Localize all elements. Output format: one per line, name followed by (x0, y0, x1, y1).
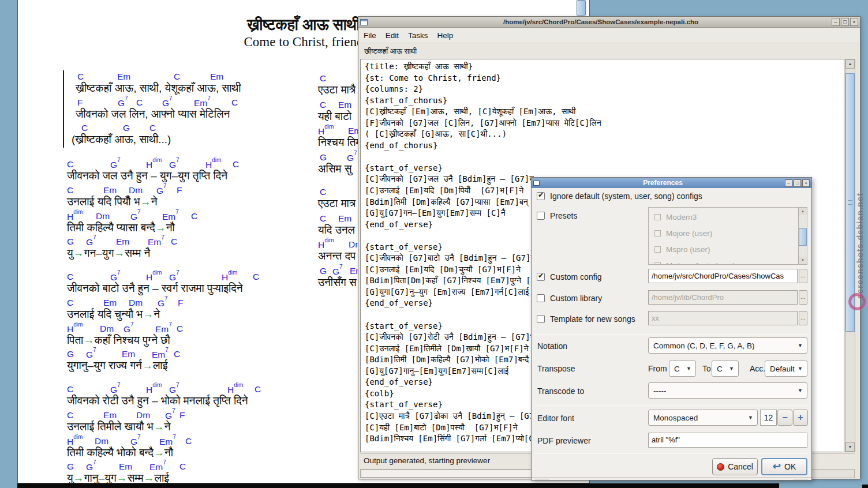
preset-list-item[interactable]: Mojore (user) (649, 225, 807, 241)
lyric: अनन्त दप (318, 250, 356, 262)
chord: Dm (96, 211, 110, 222)
transpose-to-select[interactable]: C ▼ (712, 361, 739, 377)
editor-vscrollbar-thumb[interactable] (845, 73, 855, 332)
preset-list-item[interactable]: Mspro (user) (649, 241, 807, 257)
scroll-down-icon[interactable]: ▼ (845, 442, 855, 452)
font-size-increase-button[interactable]: + (793, 410, 808, 426)
custom-config-input[interactable]: /home/jv/src/ChordPro/Cases/ShowCas (648, 269, 798, 283)
chord-lyric-line: CG7HdimG7HdimCजीवनको रोटी उनै हुन – भोको… (67, 384, 321, 410)
ignore-default-checkbox[interactable]: ✔ (537, 192, 545, 200)
presets-checkbox[interactable]: ✔ (537, 212, 545, 220)
transpose-label: Transpose (537, 364, 575, 373)
cancel-button[interactable]: Cancel (712, 458, 758, 475)
dialog-title: Preferences (542, 179, 784, 187)
custom-library-browse-button[interactable]: ... (799, 290, 807, 305)
chord: C (231, 97, 238, 108)
chord: G (67, 237, 74, 247)
chord: C (253, 272, 259, 282)
preset-label: Msttcorefonts (user) (666, 261, 735, 265)
chord: G7 (169, 159, 179, 170)
ignore-default-label: Ignore default (system, user, song) conf… (550, 192, 702, 201)
scroll-down-icon[interactable]: ▼ (799, 257, 807, 264)
scroll-up-icon[interactable]: ▲ (799, 208, 807, 215)
preset-checkbox[interactable] (654, 230, 661, 237)
lyric: जीवनको बाटो उनै हुन – स्वर्ग राजमा पुऱ्य… (67, 282, 243, 295)
custom-library-input[interactable]: /home/jv/lib/ChordPro (648, 290, 798, 305)
minimize-icon[interactable]: – (785, 179, 792, 187)
font-size-decrease-button[interactable]: − (777, 410, 792, 426)
chord: Em7 (149, 461, 166, 472)
check-icon: ✔ (538, 272, 544, 280)
font-size-field[interactable]: 12 (760, 410, 777, 426)
window-icon (360, 19, 368, 25)
menu-file[interactable]: File (364, 29, 381, 42)
chord: G (320, 152, 327, 163)
editor-font-select[interactable]: Monospaced ▼ (648, 410, 758, 426)
chord: C (179, 461, 186, 472)
chord: G7 (130, 211, 141, 222)
dialog-resize-grip[interactable] (532, 477, 811, 481)
preset-checkbox[interactable] (654, 246, 661, 253)
pref-row-ignore-default: ✔ Ignore default (system, user, song) co… (537, 192, 702, 201)
chord: C (81, 123, 88, 133)
preset-list-item[interactable]: Msttcorefonts (user) (649, 257, 807, 265)
minimize-icon[interactable]: – (832, 18, 840, 26)
pref-row-presets: ✔ Presets (537, 211, 577, 220)
chord: Dm (129, 298, 143, 308)
menu-tasks[interactable]: Tasks (408, 29, 433, 42)
maximize-icon[interactable]: □ (841, 18, 849, 26)
lyric: जीवनको रोटी उनै हुन – भोको मनलाई तृप्ति … (67, 395, 248, 407)
dropdown-arrow-icon: ▼ (798, 366, 803, 371)
close-icon[interactable]: × (850, 18, 858, 26)
chord: C (255, 384, 261, 395)
preferences-titlebar[interactable]: Preferences – □ × (532, 178, 811, 188)
maximize-icon[interactable]: □ (794, 179, 801, 187)
chord: G7 (130, 436, 141, 447)
preview-scrollbar-thumb[interactable] (577, 0, 586, 16)
custom-library-checkbox[interactable]: ✔ (537, 294, 545, 302)
chord: Hdim (67, 324, 83, 335)
chord-lyric-line: CGC(ख्रीष्टकहाँ आऊ, साथी...) (67, 123, 321, 148)
menu-edit[interactable]: Edit (386, 29, 403, 42)
chord: C (320, 73, 326, 84)
chord: C (67, 298, 73, 308)
preset-checkbox[interactable] (654, 214, 661, 220)
chord: G (123, 123, 130, 133)
preset-list-item[interactable]: Modern3 (649, 209, 807, 225)
chord: C (149, 123, 156, 133)
transpose-acc-select[interactable]: Default ▼ (765, 361, 807, 377)
template-browse-button[interactable]: ... (799, 311, 807, 325)
editor-vscrollbar[interactable]: ▲ ▼ (845, 59, 855, 452)
chord: Hdim (227, 384, 243, 395)
custom-config-browse-button[interactable]: ... (799, 269, 807, 283)
transcode-select[interactable]: ----- ▼ (648, 382, 807, 399)
editor-line (365, 151, 844, 163)
transpose-from-select[interactable]: C ▼ (669, 361, 696, 377)
lyric: (ख्रीष्टकहाँ आऊ, साथी...) (72, 133, 171, 146)
close-icon[interactable]: × (802, 179, 810, 187)
menu-help[interactable]: Help (437, 29, 458, 42)
chord-lyric-line: CG7HdimG7HdimCजीवनको बाटो उनै हुन – स्वर… (67, 272, 321, 297)
chord: Hdim (146, 159, 162, 170)
presets-listbox[interactable]: Modern3Mojore (user)Mspro (user)Msttcore… (648, 207, 807, 265)
chord: C (171, 237, 177, 247)
presets-scrollbar[interactable]: ▲ ▼ (798, 208, 807, 264)
scroll-up-icon[interactable]: ▲ (845, 59, 855, 69)
bottom-strip (17, 483, 779, 488)
editor-titlebar[interactable]: /home/jv/src/ChordPro/Cases/ShowCases/ex… (358, 17, 860, 28)
ok-button[interactable]: ↩ OK (761, 458, 807, 475)
lyric: यदि उनल (318, 224, 355, 237)
custom-config-checkbox[interactable]: ✔ (537, 273, 545, 281)
chord: C (77, 72, 84, 82)
chord: G7 (86, 349, 96, 360)
tab-song[interactable]: ख्रीष्टकहाँ आऊ साथी (364, 47, 417, 56)
template-checkbox[interactable]: ✔ (537, 315, 545, 323)
presets-scrollbar-thumb[interactable] (799, 228, 807, 246)
notation-select[interactable]: Common (C, D, E, F, G, A, B) ▼ (648, 337, 807, 354)
preset-label: Mojore (user) (666, 229, 712, 238)
editor-line: {end_of_chorus} (365, 140, 844, 152)
preset-checkbox[interactable] (654, 262, 661, 265)
pdf-previewer-input[interactable]: atril "%f" (648, 433, 807, 448)
preferences-dialog: Preferences – □ × ✔ Ignore default (syst… (531, 177, 812, 481)
template-input[interactable]: xx (648, 311, 798, 325)
